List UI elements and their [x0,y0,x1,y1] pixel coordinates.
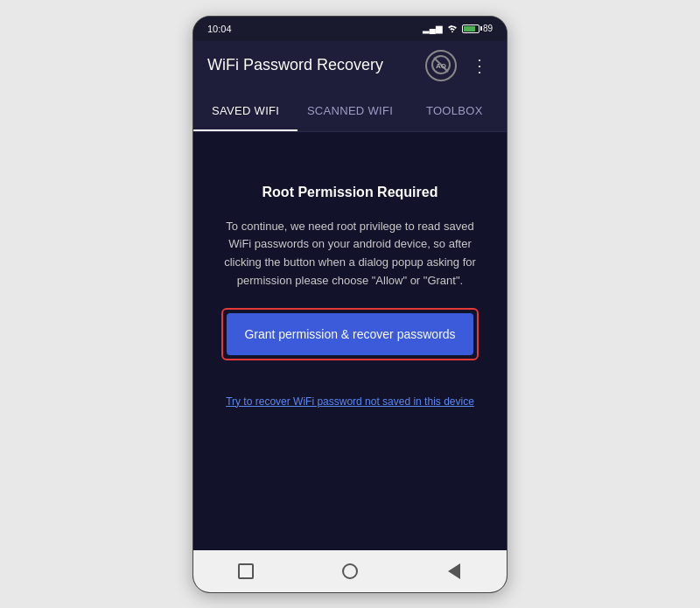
signal-icon: ▂▄▆ [423,24,443,33]
wifi-icon [446,24,458,34]
nav-back-button[interactable] [438,556,470,587]
tab-bar: Saved WiFi Scanned WiFi ToolBox [193,90,507,132]
nav-bar [193,550,507,592]
tab-toolbox[interactable]: ToolBox [402,90,507,131]
tab-scanned-wifi[interactable]: Scanned WiFi [298,90,402,131]
card-description: To continue, we need root privilege to r… [221,218,479,290]
phone-frame: 10:04 ▂▄▆ 89 WiFi Password Recovery AO [192,16,508,593]
recover-link[interactable]: Try to recover WiFi password not saved i… [226,395,474,408]
card-title: Root Permission Required [262,185,438,200]
app-header: WiFi Password Recovery AO ⋮ [193,41,507,90]
permission-card: Root Permission Required To continue, we… [221,185,479,408]
grant-permission-button[interactable]: Grant permission & recover passwords [227,313,473,355]
tab-saved-wifi[interactable]: Saved WiFi [193,90,298,131]
recents-icon [238,563,254,579]
battery-percent: 89 [483,24,493,33]
status-bar: 10:04 ▂▄▆ 89 [193,17,507,41]
ao-label: AO [431,55,451,76]
back-icon [448,563,460,579]
grant-button-highlighted-wrapper: Grant permission & recover passwords [221,308,479,360]
main-content: Root Permission Required To continue, we… [193,132,507,550]
svg-text:AO: AO [436,62,446,70]
battery-icon [462,24,480,33]
nav-recents-button[interactable] [230,556,262,587]
more-options-button[interactable]: ⋮ [467,52,493,80]
ao-icon-button[interactable]: AO [425,50,457,81]
app-title: WiFi Password Recovery [207,56,415,74]
status-icons: ▂▄▆ 89 [423,24,493,34]
home-icon [342,563,358,579]
status-time: 10:04 [207,24,232,34]
nav-home-button[interactable] [334,556,366,587]
